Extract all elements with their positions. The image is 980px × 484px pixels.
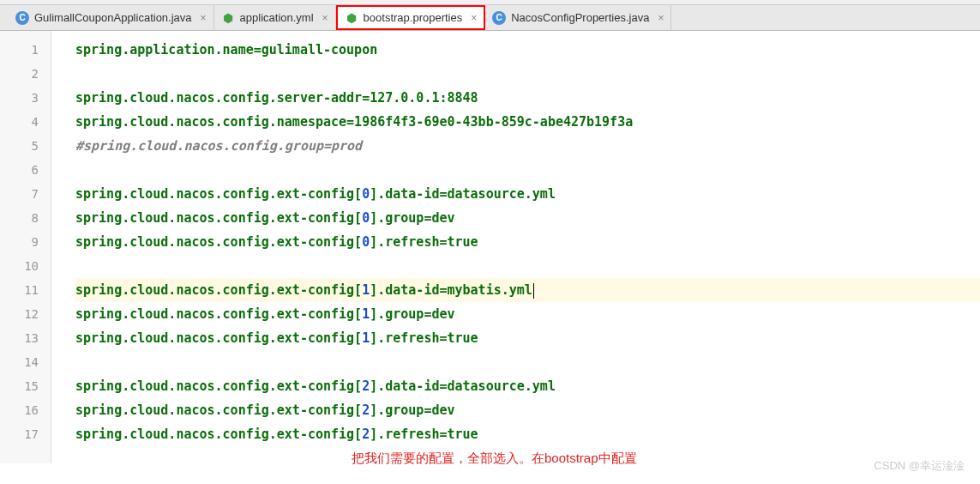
close-icon[interactable]: × — [201, 12, 207, 24]
code-line: spring.cloud.nacos.config.server-addr=12… — [75, 86, 980, 110]
tab-gulimall-coupon-app[interactable]: C GulimallCouponApplication.java × — [9, 5, 214, 30]
code-line — [75, 62, 980, 86]
close-icon[interactable]: × — [322, 12, 328, 24]
code-line: spring.cloud.nacos.config.ext-config[0].… — [75, 230, 980, 254]
yml-file-icon: ⬢ — [221, 11, 235, 25]
code-area[interactable]: spring.application.name=gulimall-coupon … — [51, 31, 980, 463]
code-line — [75, 254, 980, 278]
text-caret — [533, 283, 534, 299]
code-line — [75, 350, 980, 374]
code-line: spring.cloud.nacos.config.ext-config[2].… — [75, 374, 980, 398]
java-file-icon: C — [15, 11, 29, 25]
editor-tabs: C GulimallCouponApplication.java × ⬢ app… — [0, 5, 980, 31]
code-line: #spring.cloud.nacos.config.group=prod — [75, 134, 980, 158]
tab-application-yml[interactable]: ⬢ application.yml × — [214, 5, 336, 30]
tab-nacos-config-properties[interactable]: C NacosConfigProperties.java × — [485, 5, 671, 30]
close-icon[interactable]: × — [658, 12, 664, 24]
code-line: spring.cloud.nacos.config.ext-config[2].… — [75, 422, 980, 446]
annotation-text: 把我们需要的配置，全部选入。在bootstrap中配置 — [352, 451, 637, 467]
watermark-text: CSDN @幸运淦淦 — [874, 458, 965, 474]
properties-file-icon: ⬢ — [345, 11, 358, 25]
tab-label: NacosConfigProperties.java — [511, 11, 649, 24]
code-line: spring.cloud.nacos.config.ext-config[2].… — [75, 398, 980, 422]
code-line: spring.application.name=gulimall-coupon — [75, 38, 980, 62]
line-number-gutter: 1 2 3 4 5 6 7 8 9 10 11 12 13 14 15 16 1… — [0, 31, 51, 463]
tab-label: application.yml — [240, 11, 314, 24]
code-line — [75, 158, 980, 182]
close-icon[interactable]: × — [471, 12, 477, 24]
tab-label: GulimallCouponApplication.java — [34, 11, 192, 24]
code-line: spring.cloud.nacos.config.ext-config[0].… — [75, 182, 980, 206]
code-line: spring.cloud.nacos.config.ext-config[1].… — [75, 326, 980, 350]
code-line: spring.cloud.nacos.config.ext-config[1].… — [75, 278, 980, 302]
code-line: spring.cloud.nacos.config.namespace=1986… — [75, 110, 980, 134]
code-line: spring.cloud.nacos.config.ext-config[1].… — [75, 302, 980, 326]
code-line: spring.cloud.nacos.config.ext-config[0].… — [75, 206, 980, 230]
tab-label: bootstrap.properties — [364, 11, 463, 24]
code-editor[interactable]: 1 2 3 4 5 6 7 8 9 10 11 12 13 14 15 16 1… — [0, 31, 980, 463]
tab-bootstrap-properties[interactable]: ⬢ bootstrap.properties × — [336, 5, 486, 30]
java-file-icon: C — [492, 11, 506, 25]
